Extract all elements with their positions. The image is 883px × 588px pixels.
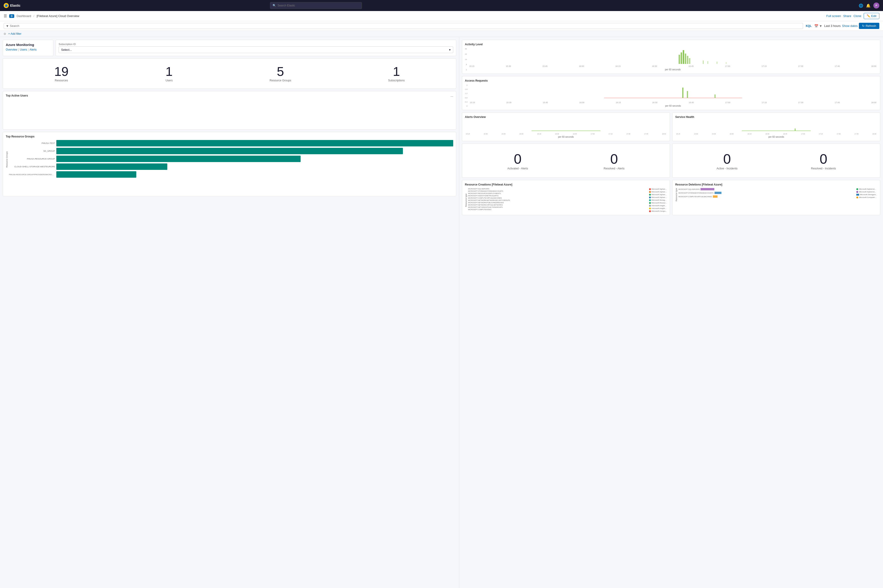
global-search-bar[interactable]: 🔍: [270, 2, 362, 9]
activity-chart-wrapper: 30221462: [465, 48, 877, 71]
list-item: PMUSA-RESOURCE-GROUP: [9, 156, 453, 162]
resolved-alerts-label: Resolved - Alerts: [604, 167, 625, 170]
resource-deletions-y-axis: Resource type: [675, 188, 678, 201]
azure-monitoring-links: Overview | Users | Alerts: [6, 48, 50, 51]
resources-label: Resources: [54, 79, 69, 82]
azure-monitoring-title: Azure Monitoring: [6, 43, 50, 46]
time-picker-area: Last 3 hours Show dates ↻ Refresh: [824, 23, 879, 29]
rg-y-axis-label: Resource Groups: [6, 140, 8, 179]
list-item: PMUSA-TEST: [9, 140, 453, 146]
svg-rect-13: [714, 94, 715, 98]
resource-creations-title: Resource Creations [Filebeat Azure]: [465, 183, 667, 186]
svg-rect-6: [703, 60, 703, 64]
refresh-icon: ↻: [862, 24, 865, 28]
filter-search-container[interactable]: ▼: [4, 23, 803, 29]
alerts-overview-card: Alerts Overview 15:1515:3015:4516:0016:1…: [462, 112, 670, 141]
activity-y-axis: 30221462: [465, 48, 468, 71]
calendar-filter-icon[interactable]: 📅 ▼: [814, 24, 822, 28]
time-range-text[interactable]: Last 3 hours: [824, 24, 841, 28]
refresh-button[interactable]: ↻ Refresh: [859, 23, 879, 29]
right-panel: Activity Level 30221462: [459, 37, 883, 588]
subscription-label: Subscription ID: [58, 43, 453, 45]
filter-search-input[interactable]: [10, 24, 801, 28]
breadcrumb-actions: Full screen Share Clone ✏️ Edit: [826, 13, 879, 19]
active-incidents-value: 0: [717, 151, 738, 167]
rg-name: PMUSA-TEST: [9, 142, 55, 144]
counts-row: 0 Activated - Alerts 0 Resolved - Alerts…: [462, 143, 880, 178]
access-per-label: per 60 seconds: [469, 105, 877, 107]
dashboard-badge: D: [9, 14, 14, 18]
azure-monitoring-card: Azure Monitoring Overview | Users | Aler…: [3, 40, 53, 56]
hamburger-menu-icon[interactable]: ☰: [4, 14, 7, 18]
share-button[interactable]: Share: [843, 14, 851, 18]
svg-rect-9: [726, 62, 727, 64]
elastic-brand-name: Elastic: [10, 4, 21, 8]
resolved-incidents-label: Resolved - Incidents: [811, 167, 836, 170]
resource-creations-card: Resource Creations [Filebeat Azure] Reso…: [462, 180, 670, 215]
rg-bar: [56, 171, 136, 178]
list-item: CLOUD-SHELL-STORAGE-WESTEUROPE: [9, 164, 453, 170]
resource-groups-label: Resource Groups: [270, 79, 291, 82]
resource-deletions-legend: Microsoft.Sql/serve... Microsoft.Sql/ser…: [856, 188, 877, 201]
azure-overview-link[interactable]: Overview: [6, 48, 17, 51]
top-users-options-icon[interactable]: ⋯: [450, 95, 453, 98]
activated-alerts-label: Activated - Alerts: [507, 167, 528, 170]
stats-row: 19 Resources 1 Users 5 Resource Groups 1…: [6, 62, 453, 86]
alerts-per-label: per 60 seconds: [465, 136, 667, 138]
azure-users-link[interactable]: Users: [20, 48, 27, 51]
subscriptions-value: 1: [388, 65, 405, 78]
globe-icon[interactable]: 🌐: [859, 3, 863, 8]
activity-level-title: Activity Level: [465, 43, 877, 46]
rg-bar: [56, 156, 301, 162]
main-content: Azure Monitoring Overview | Users | Aler…: [0, 37, 883, 588]
subscription-placeholder: Select...: [61, 48, 72, 51]
alerts-chart-svg: [465, 120, 667, 132]
service-health-chart-svg: [675, 120, 877, 132]
avatar[interactable]: P: [873, 3, 879, 9]
add-filter-button[interactable]: + Add filter: [8, 32, 21, 35]
incidents-count-card: 0 Active - Incidents 0 Resolved - Incide…: [672, 143, 880, 178]
edit-button[interactable]: ✏️ Edit: [864, 13, 879, 19]
azure-alerts-link[interactable]: Alerts: [30, 48, 37, 51]
kql-badge[interactable]: KQL: [805, 24, 813, 28]
elastic-logo[interactable]: 🔵 Elastic: [4, 3, 21, 8]
resource-groups-stat: 5 Resource Groups: [270, 65, 291, 82]
access-chart-area: 15:1515:3015:4516:0016:1516:3016:4517:00…: [469, 84, 877, 107]
global-search-input[interactable]: [277, 4, 360, 7]
resource-groups-value: 5: [270, 65, 291, 78]
svg-rect-1: [681, 52, 682, 64]
stats-card: 19 Resources 1 Users 5 Resource Groups 1…: [3, 58, 456, 89]
resource-deletions-title: Resource Deletions [Filebeat Azure]: [675, 183, 877, 186]
service-health-title: Service Health: [675, 116, 877, 118]
full-screen-button[interactable]: Full screen: [826, 14, 841, 18]
alerts-count-pair: 0 Activated - Alerts 0 Resolved - Alerts: [465, 146, 667, 175]
filter-dropdown-icon[interactable]: ▼: [6, 24, 9, 28]
resource-creations-labels: MICROSOFT.SQL/SERVERS MICROSOFT.STORAGE/…: [468, 188, 648, 212]
alerts-count-card: 0 Activated - Alerts 0 Resolved - Alerts: [462, 143, 670, 178]
svg-rect-12: [687, 91, 688, 98]
list-item: PMUSA-RESOURCE-GROUP/PROVIDERS/MICROSOFT…: [9, 171, 453, 178]
rg-bar: [56, 164, 167, 170]
bell-icon[interactable]: 🔔: [866, 3, 871, 8]
svg-rect-4: [687, 56, 688, 64]
activity-chart-svg: [468, 48, 877, 64]
activated-alerts-value: 0: [507, 151, 528, 167]
breadcrumb-current-page: [Filebeat Azure] Cloud Overview: [36, 14, 79, 18]
resources-stat: 19 Resources: [54, 65, 69, 82]
show-dates-button[interactable]: Show dates: [842, 24, 858, 28]
azure-top-row: Azure Monitoring Overview | Users | Aler…: [3, 40, 456, 56]
access-x-labels: 15:1515:3015:4516:0016:1516:3016:4517:00…: [469, 101, 877, 104]
breadcrumb-bar: ☰ D Dashboard / [Filebeat Azure] Cloud O…: [0, 11, 883, 21]
incidents-count-pair: 0 Active - Incidents 0 Resolved - Incide…: [675, 146, 877, 175]
subscription-select[interactable]: Select... ▾: [58, 46, 453, 53]
users-stat: 1 Users: [165, 65, 172, 82]
filter-icon: ⊙: [4, 32, 6, 35]
rg-bar: [56, 148, 403, 154]
breadcrumb-parent[interactable]: Dashboard: [16, 14, 31, 18]
top-active-users-card: Top Active Users ⋯: [3, 91, 456, 130]
alerts-overview-title: Alerts Overview: [465, 116, 667, 118]
clone-button[interactable]: Clone: [854, 14, 861, 18]
resource-creations-legend: Microsoft.Sql/ser... Microsoft.Sql/ser..…: [649, 188, 667, 212]
users-label: Users: [165, 79, 172, 82]
resolved-alerts-stat: 0 Resolved - Alerts: [604, 151, 625, 170]
